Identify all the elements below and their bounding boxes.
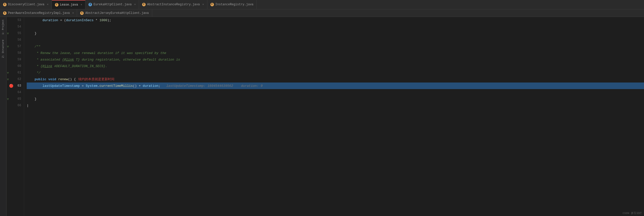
gutter-row-53: 53 [7, 17, 24, 23]
code-eq-63: = [80, 84, 86, 88]
code-link-59: @link [64, 58, 74, 62]
gutter-row-57: ▽ 57 [7, 43, 24, 50]
line-number-65: ▽ 65 [7, 97, 24, 101]
code-line-63: lastUpdateTimestamp = System.currentTime… [27, 83, 644, 89]
tab-label-4: AbstractInstanceRegistry.java [147, 3, 200, 6]
code-kw-void: void [48, 77, 56, 81]
code-line-58: * Renew the lease, use renewal duration … [27, 50, 644, 56]
code-var-lastupdatetimestamp: lastUpdateTimestamp [42, 84, 80, 88]
tab-close-4[interactable]: × [202, 3, 204, 6]
tab-eurekahttpclient[interactable]: I EurekaHttpClient.java × [85, 0, 139, 9]
fold-icon-57[interactable]: ▽ [7, 45, 9, 48]
tab-icon-6: C [3, 11, 7, 15]
tab-close-2[interactable]: × [81, 3, 82, 6]
code-line-62: public void renew() { 续约的本质就是更新时间 [27, 76, 644, 83]
line-number-54: 54 [7, 25, 24, 29]
code-container: 53 54 ▽ 55 56 ▽ 57 [7, 17, 644, 216]
fold-icon-65[interactable]: ▽ [7, 97, 9, 101]
line-number-56: 56 [7, 38, 24, 42]
tab-icon-5: C [210, 3, 214, 6]
code-kw-public: public [35, 77, 46, 81]
line-number-62: ▽ 62 [7, 77, 24, 81]
sidebar-structure[interactable]: Z: Structure [2, 40, 5, 58]
code-comment-57: /** [35, 45, 40, 48]
code-line-54 [27, 23, 644, 30]
fold-icon-61[interactable]: ▽ [7, 71, 9, 74]
sidebar-project[interactable]: 1: Project [2, 19, 5, 35]
tab-label-7: AbstractJerseyEurekaHttpClient.java [85, 11, 149, 15]
tab-abstractinstanceregistry[interactable]: C AbstractInstanceRegistry.java × [139, 0, 207, 9]
code-line-61: */ [27, 69, 644, 76]
code-semi-63: ; [158, 84, 160, 88]
tab-close-1[interactable]: × [47, 3, 49, 6]
code-space-62b [56, 77, 58, 81]
tab-bar: C DiscoveryClient.java × C Lease.java × … [0, 0, 644, 17]
code-op-53: * [93, 18, 99, 22]
code-comment-58: * Renew the lease, use renewal duration … [27, 51, 166, 55]
code-line-57: /** [27, 43, 644, 50]
code-comment-59b: T} during registration, otherwise defaul… [74, 58, 180, 62]
tab-icon-1: C [3, 3, 7, 6]
code-line-53: duration = (durationInSecs * 1000); [27, 17, 644, 23]
main-layout: 1: Project Z: Structure 53 54 ▽ 55 [0, 17, 644, 216]
code-line-66: | [27, 102, 644, 109]
code-comment-61: */ [27, 71, 41, 75]
code-line-65: } [27, 96, 644, 102]
tab-icon-7: C [80, 11, 84, 15]
tab-close-3[interactable]: × [134, 3, 136, 6]
gutter-row-61: ▽ 61 [7, 69, 24, 76]
code-indent-65 [27, 97, 35, 101]
tab-icon-4: C [142, 3, 146, 6]
tab-label-6: PeerAwareInstanceRegistryImpl.java [8, 11, 70, 15]
fold-icon-55[interactable]: ▽ [7, 32, 9, 35]
gutter: 53 54 ▽ 55 56 ▽ 57 [7, 17, 24, 216]
code-indent-53 [27, 18, 42, 22]
code-class-system: System [86, 84, 98, 88]
tab-discoveryclient[interactable]: C DiscoveryClient.java × [0, 0, 52, 9]
line-number-57: ▽ 57 [7, 45, 24, 48]
left-sidebar: 1: Project Z: Structure [0, 17, 7, 216]
code-chinese-comment-62: 续约的本质就是更新时间 [78, 77, 114, 82]
tab-icon-2: C [55, 3, 58, 7]
fold-icon-62[interactable]: ▽ [7, 78, 9, 81]
tab-label-2: Lease.java [60, 3, 78, 7]
tab-instanceregistry[interactable]: C InstanceRegistry.java [207, 0, 257, 9]
csdn-watermark: CSDN 参互动栏 [623, 211, 642, 215]
line-number-61: ▽ 61 [7, 71, 24, 74]
line-number-60: 60 [7, 64, 24, 68]
code-comment-60: * { [27, 64, 42, 68]
code-var-duration: duration [42, 18, 58, 22]
code-eq-53: = ( [58, 18, 66, 22]
code-lines[interactable]: duration = (durationInSecs * 1000); } /*… [24, 17, 644, 216]
code-var-durationinsecs: durationInSecs [66, 18, 93, 22]
code-line-64 [27, 89, 644, 96]
code-indent-62 [27, 77, 35, 81]
code-space-62a [46, 77, 48, 81]
code-comment-59: * associated { [27, 58, 64, 62]
code-line-55: } [27, 30, 644, 37]
tab-abstractjersey[interactable]: C AbstractJerseyEurekaHttpClient.java [77, 9, 152, 17]
tab-icon-3: I [88, 3, 92, 6]
code-paren-63: () + [133, 84, 143, 88]
tab-label-5: InstanceRegistry.java [215, 3, 253, 6]
code-line-60: * {@link #DEFAULT_DURATION_IN_SECS}. [27, 63, 644, 69]
tab-row-1: C DiscoveryClient.java × C Lease.java × … [0, 0, 644, 9]
gutter-row-60: 60 [7, 63, 24, 69]
code-method-ctm: currentTimeMillis [100, 84, 133, 88]
code-close-53: ); [107, 18, 111, 22]
line-number-53: 53 [7, 18, 24, 22]
line-number-64: 64 [7, 91, 24, 94]
code-line-59: * associated {@link T} during registrati… [27, 56, 644, 63]
breakpoint-63[interactable]: 🔴 [9, 84, 13, 88]
tab-row-2: C PeerAwareInstanceRegistryImpl.java × C… [0, 9, 644, 17]
tab-close-6[interactable]: × [72, 12, 74, 15]
gutter-row-54: 54 [7, 23, 24, 30]
code-dot-63: . [98, 84, 100, 88]
code-brace-55: } [35, 32, 37, 35]
gutter-row-59: 59 [7, 56, 24, 63]
tab-peeraware[interactable]: C PeerAwareInstanceRegistryImpl.java × [0, 9, 77, 17]
gutter-row-63: 🔴 63 [7, 83, 24, 89]
tab-label-3: EurekaHttpClient.java [93, 3, 132, 6]
code-comment-60b: #DEFAULT_DURATION_IN_SECS}. [52, 64, 107, 68]
tab-lease[interactable]: C Lease.java × [52, 0, 86, 9]
